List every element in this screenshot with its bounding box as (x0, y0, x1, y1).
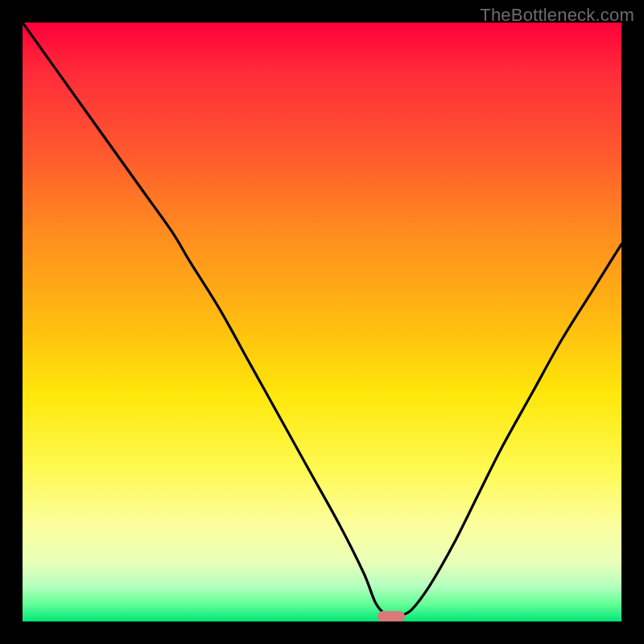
plot-area (23, 23, 621, 621)
optimal-point-marker (378, 611, 405, 621)
watermark-text: TheBottleneck.com (480, 5, 634, 26)
bottleneck-curve (23, 23, 621, 621)
chart-frame: TheBottleneck.com (0, 0, 644, 644)
